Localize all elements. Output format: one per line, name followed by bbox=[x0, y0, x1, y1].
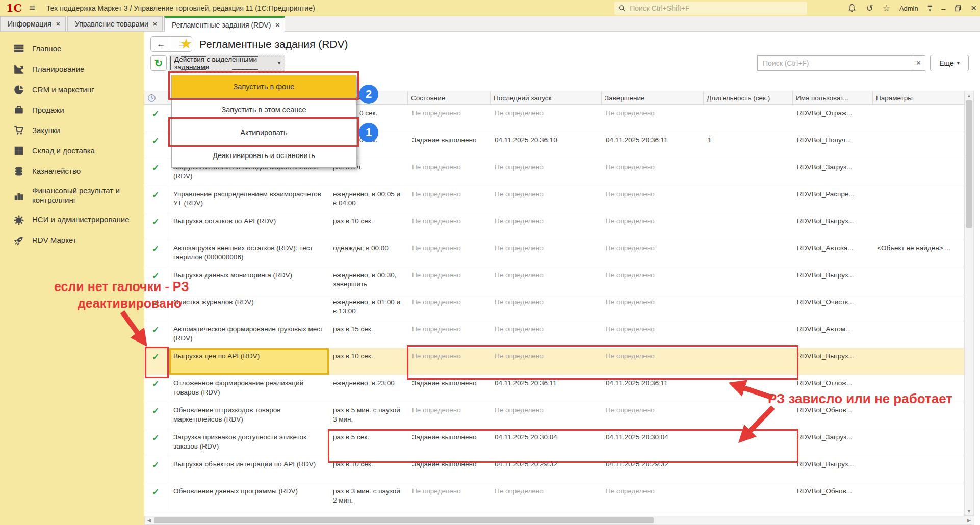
cell-params bbox=[873, 294, 964, 321]
cell-state: Задание выполнено bbox=[408, 429, 491, 456]
gear-icon bbox=[13, 215, 24, 226]
cell-schedule: раз в 5 сек. bbox=[329, 429, 408, 456]
table-row[interactable]: ✓Обновление штрихкодов товаров маркетпле… bbox=[144, 402, 964, 429]
cell-user: RDVBot_Очистк... bbox=[793, 294, 873, 321]
sidebar-item-treasury[interactable]: Казначейство bbox=[0, 161, 144, 181]
sidebar-item-crm[interactable]: CRM и маркетинг bbox=[0, 80, 144, 100]
cell-finish: Не определено bbox=[602, 267, 704, 294]
sidebar-item-label: Финансовый результат и контроллинг bbox=[32, 186, 140, 205]
menu-item-3[interactable]: Активировать bbox=[172, 121, 356, 144]
menu-lines-icon bbox=[13, 43, 24, 55]
table-row[interactable]: ✓Выгрузка остатков по API (RDV)раз в 10 … bbox=[144, 213, 964, 240]
table-row[interactable]: ✓Обновление данных программы (RDV)раз в … bbox=[144, 483, 964, 510]
scroll-up-icon[interactable]: ▲ bbox=[965, 91, 973, 100]
search-icon bbox=[618, 5, 626, 12]
cell-user: RDVBot_Загруз... bbox=[793, 159, 873, 186]
scroll-right-icon[interactable]: ▶ bbox=[965, 518, 973, 523]
cell-schedule: ежедневно; в 00:30, завершить bbox=[329, 267, 408, 294]
sidebar-item-planning[interactable]: Планирование bbox=[0, 59, 144, 80]
cell-last_run: Не определено bbox=[491, 240, 602, 267]
window-close-button[interactable]: ✕ bbox=[970, 4, 977, 13]
column-header-last_run[interactable]: Последний запуск bbox=[491, 91, 602, 104]
cart-icon bbox=[13, 125, 24, 136]
sidebar-item-sales[interactable]: Продажи bbox=[0, 100, 144, 120]
vertical-scrollbar[interactable]: ▲ ▼ bbox=[964, 91, 974, 516]
table-row[interactable]: ✓Загрузка признаков доступности этикеток… bbox=[144, 429, 964, 456]
column-header-params[interactable]: Параметры bbox=[873, 91, 964, 104]
scroll-left-icon[interactable]: ◀ bbox=[145, 518, 153, 523]
more-button[interactable]: Еще ▾ bbox=[930, 55, 969, 71]
app-logo: 1С bbox=[6, 2, 22, 14]
cell-user: RDVBot_Выгруз... bbox=[793, 348, 873, 375]
sidebar-item-nsi[interactable]: НСИ и администрирование bbox=[0, 210, 144, 230]
user-menu-icon[interactable]: ≡▾ bbox=[927, 5, 932, 12]
horizontal-scrollbar[interactable]: ◀ ▶ bbox=[144, 516, 974, 525]
favorite-star-icon[interactable]: ★ bbox=[180, 36, 192, 52]
sidebar-item-warehouse[interactable]: Склад и доставка bbox=[0, 141, 144, 161]
history-icon[interactable]: ↺ bbox=[866, 4, 873, 13]
table-row[interactable]: ✓Автоматическое формирование грузовых ме… bbox=[144, 321, 964, 348]
table-row[interactable]: ✓Выгрузка объектов интеграции по API (RD… bbox=[144, 456, 964, 483]
tab-2[interactable]: Управление товарами× bbox=[67, 16, 163, 31]
cell-finish: Не определено bbox=[602, 348, 704, 375]
actions-dropdown-menu: Запустить в фонеЗапустить в этом сеансеА… bbox=[171, 75, 356, 168]
cell-user: RDVBot_Отлож... bbox=[793, 375, 873, 402]
tab-3[interactable]: Регламентные задания (RDV)× bbox=[164, 16, 286, 32]
refresh-button[interactable]: ↻ bbox=[150, 55, 167, 71]
cell-state: Задание выполнено bbox=[408, 456, 491, 483]
tab-close-icon[interactable]: × bbox=[275, 21, 279, 29]
favorites-star-icon[interactable]: ☆ bbox=[883, 4, 890, 13]
cell-duration bbox=[704, 186, 793, 213]
actions-dropdown-button[interactable]: Действия с выделенными заданиями ▾ bbox=[169, 55, 285, 71]
search-clear-icon[interactable]: ✕ bbox=[912, 55, 925, 71]
cell-last_run: 04.11.2025 20:30:04 bbox=[491, 429, 602, 456]
cell-schedule: ежедневно; в 00:05 и в 04:00 bbox=[329, 186, 408, 213]
window-minimize-button[interactable]: – bbox=[941, 4, 945, 13]
tab-close-icon[interactable]: × bbox=[56, 20, 60, 28]
window-restore-button[interactable] bbox=[955, 5, 961, 12]
active-check-icon: ✓ bbox=[144, 159, 169, 186]
menu-item-1[interactable]: Запустить в фоне bbox=[172, 75, 356, 98]
scroll-down-icon[interactable]: ▼ bbox=[965, 507, 973, 515]
column-header-finish[interactable]: Завершение bbox=[602, 91, 704, 104]
menu-item-2[interactable]: Запустить в этом сеансе bbox=[172, 98, 356, 121]
pie-chart-icon bbox=[13, 84, 24, 95]
notifications-bell-icon[interactable] bbox=[847, 4, 857, 13]
nav-back-button[interactable]: ← bbox=[150, 36, 171, 52]
sidebar-item-rdv-market[interactable]: RDV Маркет bbox=[0, 230, 144, 251]
cell-name: Автоматическое формирование грузовых мес… bbox=[169, 321, 329, 348]
menu-item-4[interactable]: Деактивировать и остановить bbox=[172, 144, 356, 167]
main-menu-icon[interactable]: ≡ bbox=[29, 2, 35, 14]
table-row[interactable]: ✓Автозагрузка внешних остатков (RDV): те… bbox=[144, 240, 964, 267]
cell-duration bbox=[704, 240, 793, 267]
column-header-duration[interactable]: Длительность (сек.) bbox=[704, 91, 793, 104]
current-user[interactable]: Admin bbox=[899, 5, 918, 12]
table-search-input[interactable] bbox=[762, 59, 908, 68]
tab-close-icon[interactable]: × bbox=[153, 20, 157, 28]
tab-1[interactable]: Информация× bbox=[0, 16, 66, 31]
cell-last_run: 04.11.2025 20:36:10 bbox=[491, 132, 602, 159]
cell-user: RDVBot_Получ... bbox=[793, 132, 873, 159]
table-row[interactable]: ✓Выгрузка цен по API (RDV)раз в 10 сек.Н… bbox=[144, 348, 964, 375]
table-row[interactable]: ✓Очистка журналов (RDV)ежедневно; в 01:0… bbox=[144, 294, 964, 321]
cell-finish: Не определено bbox=[602, 240, 704, 267]
chart-trend-icon bbox=[13, 64, 24, 75]
table-row[interactable]: ✓Управление распределением взаиморасчето… bbox=[144, 186, 964, 213]
vertical-scroll-thumb[interactable] bbox=[966, 100, 972, 228]
table-search[interactable] bbox=[757, 55, 912, 71]
table-row[interactable]: ✓Выгрузка данных мониторинга (RDV)ежедне… bbox=[144, 267, 964, 294]
global-search[interactable] bbox=[614, 2, 807, 15]
cell-name: Выгрузка остатков по API (RDV) bbox=[169, 213, 329, 240]
column-header-state[interactable]: Состояние bbox=[408, 91, 491, 104]
column-header-check[interactable] bbox=[144, 91, 169, 104]
title-bar: 1С ≡ Тех поддержка Маркет 3 / Управление… bbox=[0, 0, 980, 16]
cell-user: RDVBot_Обнов... bbox=[793, 402, 873, 429]
cell-state: Не определено bbox=[408, 213, 491, 240]
table-row[interactable]: ✓Отложенное формирование реализаций това… bbox=[144, 375, 964, 402]
horizontal-scroll-thumb[interactable] bbox=[154, 517, 654, 523]
global-search-input[interactable] bbox=[629, 4, 803, 13]
column-header-user[interactable]: Имя пользоват... bbox=[793, 91, 873, 104]
sidebar-item-finance[interactable]: Финансовый результат и контроллинг bbox=[0, 181, 144, 210]
sidebar-item-purchases[interactable]: Закупки bbox=[0, 120, 144, 141]
sidebar-item-main[interactable]: Главное bbox=[0, 39, 144, 59]
